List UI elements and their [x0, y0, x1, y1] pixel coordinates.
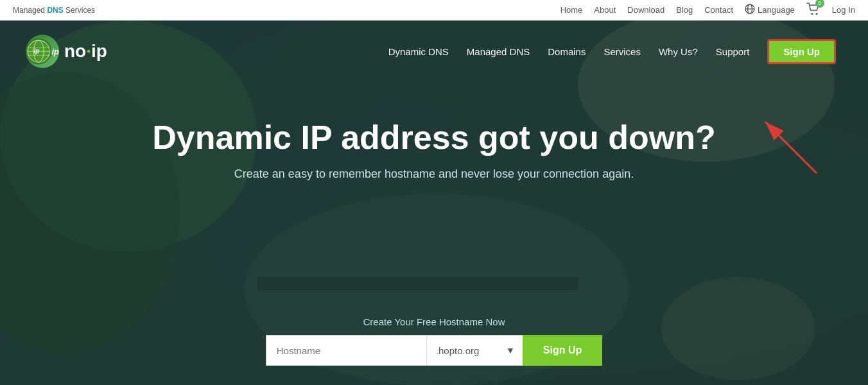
nav-managed-dns[interactable]: Managed DNS — [467, 46, 530, 57]
nav-domains[interactable]: Domains — [548, 46, 586, 57]
brand-text: Managed DNS Services — [13, 6, 95, 15]
svg-text:ip: ip — [33, 47, 39, 55]
hero-section: ip no·ip Dynamic DNS Managed DNS Domains… — [0, 21, 868, 385]
cart-badge: 0 — [815, 0, 824, 8]
svg-rect-10 — [257, 277, 578, 290]
brand-suffix: Services — [64, 6, 95, 15]
about-link[interactable]: About — [594, 5, 616, 15]
hostname-section: Create Your Free Hostname Now .hopto.org… — [0, 316, 868, 385]
nav-signup-button[interactable]: Sign Up — [767, 39, 836, 64]
main-navigation: ip no·ip Dynamic DNS Managed DNS Domains… — [0, 21, 868, 68]
brand-managed: Managed — [13, 6, 47, 15]
top-nav: Home About Download Blog Contact Languag… — [560, 3, 855, 18]
nav-links: Dynamic DNS Managed DNS Domains Services… — [388, 39, 836, 64]
globe-icon — [745, 4, 755, 16]
login-link[interactable]: Log In — [832, 5, 855, 15]
home-link[interactable]: Home — [560, 5, 583, 15]
nav-why-us[interactable]: Why Us? — [659, 46, 698, 57]
logo-text: no·ip — [64, 41, 107, 62]
cart-button[interactable]: 0 — [806, 3, 820, 18]
hostname-form: .hopto.org .ddns.net .zapto.org .no-ip.o… — [0, 335, 868, 366]
logo-icon: ip — [26, 35, 59, 68]
domain-select-wrapper: .hopto.org .ddns.net .zapto.org .no-ip.o… — [426, 335, 523, 366]
logo[interactable]: ip no·ip — [26, 35, 107, 68]
language-label: Language — [758, 5, 795, 15]
svg-point-4 — [815, 13, 817, 15]
contact-link[interactable]: Contact — [704, 5, 733, 15]
nav-services[interactable]: Services — [603, 46, 641, 57]
hero-content: Dynamic IP address got you down? Create … — [0, 119, 868, 181]
hero-subtitle: Create an easy to remember hostname and … — [13, 167, 855, 181]
nav-support[interactable]: Support — [716, 46, 750, 57]
domain-select[interactable]: .hopto.org .ddns.net .zapto.org .no-ip.o… — [426, 335, 523, 366]
language-selector[interactable]: Language — [745, 4, 795, 16]
svg-point-3 — [811, 13, 813, 15]
hero-title: Dynamic IP address got you down? — [13, 119, 855, 156]
top-bar: Managed DNS Services Home About Download… — [0, 0, 868, 21]
nav-dynamic-dns[interactable]: Dynamic DNS — [388, 46, 449, 57]
blog-link[interactable]: Blog — [676, 5, 693, 15]
form-signup-button[interactable]: Sign Up — [523, 335, 602, 366]
hostname-input[interactable] — [266, 335, 426, 366]
download-link[interactable]: Download — [627, 5, 664, 15]
brand-dns: DNS — [47, 6, 63, 15]
hostname-label: Create Your Free Hostname Now — [0, 316, 868, 327]
